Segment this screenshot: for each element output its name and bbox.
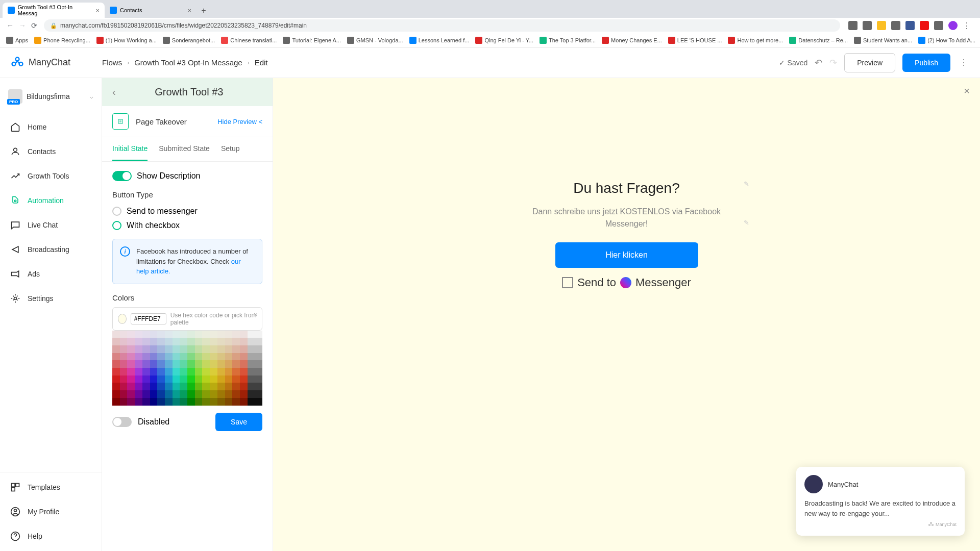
palette-swatch[interactable]	[210, 398, 217, 406]
palette-swatch[interactable]	[165, 368, 173, 375]
avatar-icon[interactable]	[948, 21, 958, 30]
org-selector[interactable]: PRO Bildungsfirma ⌵	[0, 83, 102, 110]
palette-swatch[interactable]	[135, 338, 142, 345]
forward-icon[interactable]: →	[19, 21, 26, 30]
palette-swatch[interactable]	[127, 353, 135, 361]
palette-swatch[interactable]	[202, 368, 210, 375]
palette-swatch[interactable]	[217, 345, 225, 353]
checkbox[interactable]	[562, 277, 573, 288]
palette-swatch[interactable]	[157, 368, 165, 375]
palette-swatch[interactable]	[210, 390, 217, 398]
palette-swatch[interactable]	[112, 398, 120, 406]
pencil-icon[interactable]: ✎	[744, 180, 749, 188]
palette-swatch[interactable]	[232, 331, 240, 338]
palette-swatch[interactable]	[232, 353, 240, 361]
bookmark-item[interactable]: Sonderangebot...	[163, 37, 215, 44]
palette-swatch[interactable]	[240, 338, 248, 345]
palette-swatch[interactable]	[202, 331, 210, 338]
palette-swatch[interactable]	[157, 390, 165, 398]
palette-swatch[interactable]	[240, 360, 248, 368]
palette-swatch[interactable]	[142, 353, 150, 361]
palette-swatch[interactable]	[225, 360, 233, 368]
palette-swatch[interactable]	[127, 360, 135, 368]
palette-swatch[interactable]	[240, 331, 248, 338]
url-field[interactable]: 🔒 manychat.com/fb198150208192061B/cms/fi…	[44, 19, 840, 32]
palette-swatch[interactable]	[195, 398, 203, 406]
palette-swatch[interactable]	[142, 383, 150, 390]
palette-swatch[interactable]	[120, 375, 128, 383]
palette-swatch[interactable]	[157, 375, 165, 383]
sidebar-item-broadcasting[interactable]: Broadcasting	[0, 237, 102, 262]
palette-swatch[interactable]	[173, 398, 180, 406]
palette-swatch[interactable]	[210, 368, 217, 375]
palette-swatch[interactable]	[150, 360, 158, 368]
palette-swatch[interactable]	[173, 345, 180, 353]
palette-swatch[interactable]	[255, 390, 262, 398]
palette-swatch[interactable]	[248, 345, 255, 353]
palette-swatch[interactable]	[255, 345, 262, 353]
palette-swatch[interactable]	[232, 383, 240, 390]
palette-swatch[interactable]	[217, 353, 225, 361]
palette-swatch[interactable]	[217, 375, 225, 383]
sidebar-item-home[interactable]: Home	[0, 115, 102, 139]
palette-swatch[interactable]	[112, 360, 120, 368]
palette-swatch[interactable]	[202, 375, 210, 383]
palette-swatch[interactable]	[187, 390, 195, 398]
palette-swatch[interactable]	[210, 345, 217, 353]
palette-swatch[interactable]	[225, 368, 233, 375]
bookmark-item[interactable]: Qing Fei De Yi - Y...	[475, 37, 533, 44]
ext-icon[interactable]	[934, 21, 943, 30]
palette-swatch[interactable]	[248, 353, 255, 361]
palette-swatch[interactable]	[135, 331, 142, 338]
palette-swatch[interactable]	[240, 368, 248, 375]
palette-swatch[interactable]	[187, 398, 195, 406]
palette-swatch[interactable]	[195, 390, 203, 398]
palette-swatch[interactable]	[210, 383, 217, 390]
palette-swatch[interactable]	[127, 375, 135, 383]
palette-swatch[interactable]	[150, 383, 158, 390]
palette-swatch[interactable]	[195, 331, 203, 338]
browser-tab[interactable]: Contacts ×	[105, 3, 197, 18]
palette-swatch[interactable]	[165, 331, 173, 338]
palette-swatch[interactable]	[232, 360, 240, 368]
palette-swatch[interactable]	[187, 375, 195, 383]
palette-swatch[interactable]	[157, 398, 165, 406]
palette-swatch[interactable]	[187, 353, 195, 361]
ext-icon[interactable]	[848, 21, 857, 30]
palette-swatch[interactable]	[165, 383, 173, 390]
menu-icon[interactable]: ⋮	[963, 21, 972, 30]
palette-swatch[interactable]	[210, 360, 217, 368]
palette-swatch[interactable]	[187, 338, 195, 345]
palette-swatch[interactable]	[120, 338, 128, 345]
palette-swatch[interactable]	[150, 390, 158, 398]
palette-swatch[interactable]	[248, 398, 255, 406]
palette-swatch[interactable]	[157, 383, 165, 390]
palette-swatch[interactable]	[180, 383, 187, 390]
tab-setup[interactable]: Setup	[221, 137, 240, 161]
palette-swatch[interactable]	[173, 383, 180, 390]
palette-swatch[interactable]	[195, 360, 203, 368]
palette-swatch[interactable]	[135, 398, 142, 406]
palette-swatch[interactable]	[240, 390, 248, 398]
back-arrow-icon[interactable]: ‹	[112, 86, 116, 98]
palette-swatch[interactable]	[255, 375, 262, 383]
publish-button[interactable]: Publish	[902, 54, 950, 72]
palette-swatch[interactable]	[225, 390, 233, 398]
palette-swatch[interactable]	[210, 375, 217, 383]
palette-swatch[interactable]	[173, 360, 180, 368]
bookmark-item[interactable]: Student Wants an...	[854, 37, 912, 44]
palette-swatch[interactable]	[157, 331, 165, 338]
palette-swatch[interactable]	[120, 390, 128, 398]
palette-swatch[interactable]	[232, 390, 240, 398]
palette-swatch[interactable]	[232, 375, 240, 383]
palette-swatch[interactable]	[112, 383, 120, 390]
palette-swatch[interactable]	[142, 375, 150, 383]
palette-swatch[interactable]	[248, 375, 255, 383]
palette-swatch[interactable]	[240, 398, 248, 406]
palette-swatch[interactable]	[217, 390, 225, 398]
palette-swatch[interactable]	[180, 368, 187, 375]
reload-icon[interactable]: ⟳	[31, 21, 37, 30]
palette-swatch[interactable]	[150, 353, 158, 361]
palette-swatch[interactable]	[248, 368, 255, 375]
palette-swatch[interactable]	[180, 390, 187, 398]
